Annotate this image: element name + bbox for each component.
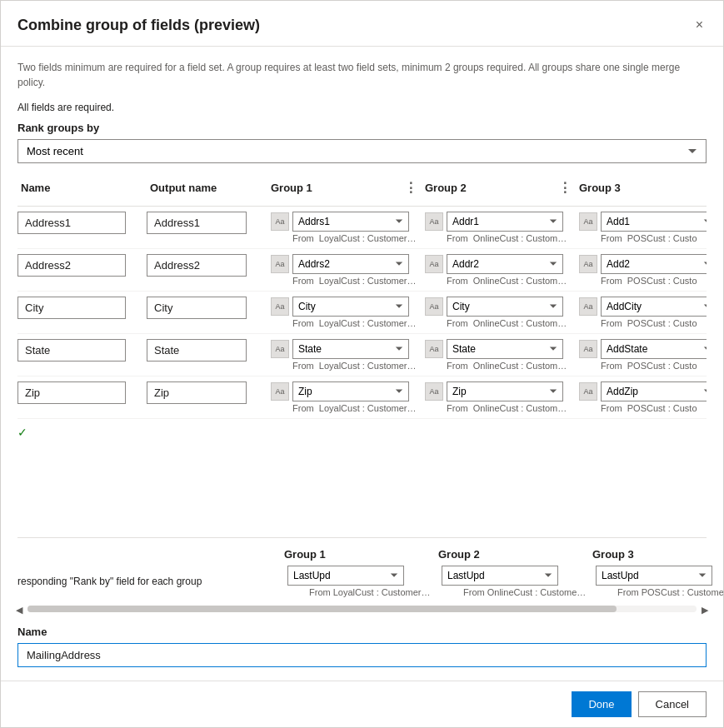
name-input-1[interactable]	[17, 254, 126, 277]
group1-cell-0: Aa Addrs1 From LoyalCust : CustomerD...	[267, 212, 422, 243]
group1-from-1: From LoyalCust : CustomerD...	[271, 276, 417, 286]
group3-select-4[interactable]: AddZip	[601, 381, 707, 401]
table-row: Aa Addrs1 From LoyalCust : CustomerD... …	[17, 207, 707, 249]
name-section: Name	[17, 626, 707, 667]
output-input-3[interactable]	[147, 339, 247, 362]
horizontal-scrollbar[interactable]: ◀ ▶	[17, 606, 707, 614]
group3-from-2: From POSCust : Custo	[579, 318, 707, 328]
group1-select-4[interactable]: Zip	[292, 381, 409, 401]
dialog-header: Combine group of fields (preview) ×	[1, 1, 723, 47]
rank-field-label: responding "Rank by" field for each grou…	[17, 576, 284, 587]
group1-select-2[interactable]: City	[292, 297, 409, 317]
group3-from-3: From POSCust : Custo	[579, 361, 707, 371]
name-input-4[interactable]	[17, 381, 126, 404]
group2-select-2[interactable]: City	[447, 297, 563, 317]
name-input-3[interactable]	[17, 339, 126, 362]
col-header-output: Output name	[147, 178, 267, 197]
group3-cell-4: Aa AddZip From POSCust : Custo	[576, 381, 707, 413]
group1-select-3[interactable]: State	[292, 339, 409, 359]
group1-cell-3: Aa State From LoyalCust : CustomerD...	[267, 339, 422, 371]
dialog-footer: Done Cancel	[1, 681, 723, 727]
cancel-button[interactable]: Cancel	[638, 691, 707, 717]
name-input[interactable]	[17, 643, 707, 667]
bottom-group3-label: Group 3	[592, 548, 723, 561]
rank-select[interactable]: Most recent	[17, 139, 707, 163]
field-icon-g1-3: Aa	[271, 340, 289, 358]
col-header-group3: Group 3	[576, 178, 707, 197]
group2-from-0: From OnlineCust : Customer...	[425, 233, 571, 243]
group1-cell-4: Aa Zip From LoyalCust : CustomerD...	[267, 381, 422, 413]
group2-more-icon[interactable]: ⋮	[558, 180, 572, 196]
table-row: Aa Addrs2 From LoyalCust : CustomerD... …	[17, 249, 707, 292]
name-cell-2	[17, 297, 147, 319]
output-cell-2	[147, 297, 267, 319]
name-cell-3	[17, 339, 147, 362]
group3-select-3[interactable]: AddState	[601, 339, 707, 359]
group1-select-1[interactable]: Addrs2	[292, 254, 409, 274]
output-input-4[interactable]	[147, 381, 247, 404]
required-note: All fields are required.	[17, 102, 707, 113]
close-button[interactable]: ×	[692, 14, 707, 36]
name-label: Name	[17, 626, 707, 638]
field-icon-g2-0: Aa	[425, 212, 443, 231]
group3-select-2[interactable]: AddCity	[601, 297, 707, 317]
output-input-2[interactable]	[147, 297, 247, 319]
description-text: Two fields minimum are required for a fi…	[17, 60, 707, 90]
column-headers: Name Output name Group 1 ⋮ Group 2 ⋮ Gro…	[17, 177, 707, 207]
field-icon-g2-3: Aa	[425, 340, 443, 358]
group3-from-4: From POSCust : Custo	[579, 403, 707, 413]
bottom-group1-cell: LastUpd From LoyalCust : CustomerData	[284, 566, 438, 597]
dialog-title: Combine group of fields (preview)	[17, 17, 260, 34]
output-cell-4	[147, 381, 267, 404]
group2-cell-0: Aa Addr1 From OnlineCust : Customer...	[422, 212, 576, 243]
scroll-left-arrow[interactable]: ◀	[16, 605, 22, 616]
field-icon-g1-1: Aa	[271, 255, 289, 273]
output-cell-1	[147, 254, 267, 277]
fields-scroll: Name Output name Group 1 ⋮ Group 2 ⋮ Gro…	[17, 177, 707, 531]
validation-checkmark: ✓	[17, 419, 707, 446]
output-input-0[interactable]	[147, 212, 247, 234]
group1-more-icon[interactable]: ⋮	[404, 180, 418, 196]
field-icon-g3-4: Aa	[579, 382, 597, 401]
group2-select-3[interactable]: State	[447, 339, 563, 359]
group3-from-0: From POSCust : Custo	[579, 233, 707, 243]
name-input-2[interactable]	[17, 297, 126, 319]
group3-select-0[interactable]: Add1	[601, 212, 707, 232]
field-icon-g3-0: Aa	[579, 212, 597, 231]
done-button[interactable]: Done	[572, 691, 631, 717]
output-input-1[interactable]	[147, 254, 247, 277]
bottom-section: Group 1 Group 2 Group 3 responding "Rank…	[17, 537, 707, 597]
field-icon-g1-4: Aa	[271, 382, 289, 401]
group3-cell-1: Aa Add2 From POSCust : Custo	[576, 254, 707, 286]
col-header-name: Name	[17, 178, 147, 197]
group3-cell-3: Aa AddState From POSCust : Custo	[576, 339, 707, 371]
bottom-group1-from: From LoyalCust : CustomerData	[287, 587, 433, 597]
group2-from-3: From OnlineCust : Customer...	[425, 361, 571, 371]
field-icon-g2-2: Aa	[425, 297, 443, 316]
table-row: Aa State From LoyalCust : CustomerD... A…	[17, 334, 707, 376]
group1-from-0: From LoyalCust : CustomerD...	[271, 233, 417, 243]
group1-select-0[interactable]: Addrs1	[292, 212, 409, 232]
group2-select-0[interactable]: Addr1	[447, 212, 563, 232]
bottom-group3-select[interactable]: LastUpd	[596, 566, 712, 586]
group2-from-2: From OnlineCust : Customer...	[425, 318, 571, 328]
group1-from-2: From LoyalCust : CustomerD...	[271, 318, 417, 328]
group1-cell-1: Aa Addrs2 From LoyalCust : CustomerD...	[267, 254, 422, 286]
group2-from-4: From OnlineCust : Customer...	[425, 403, 571, 413]
group2-select-1[interactable]: Addr2	[447, 254, 563, 274]
col-header-group2: Group 2 ⋮	[422, 177, 576, 199]
fields-container: Name Output name Group 1 ⋮ Group 2 ⋮ Gro…	[17, 177, 707, 531]
scroll-right-arrow[interactable]: ▶	[702, 605, 708, 616]
bottom-group1-select[interactable]: LastUpd	[287, 566, 404, 586]
group2-cell-1: Aa Addr2 From OnlineCust : Customer...	[422, 254, 576, 286]
output-cell-0	[147, 212, 267, 234]
name-input-0[interactable]	[17, 212, 126, 234]
name-cell-1	[17, 254, 147, 277]
table-row: Aa City From LoyalCust : CustomerD... Aa…	[17, 292, 707, 334]
group1-cell-2: Aa City From LoyalCust : CustomerD...	[267, 297, 422, 328]
group2-select-4[interactable]: Zip	[447, 381, 563, 401]
bottom-group2-select[interactable]: LastUpd	[442, 566, 558, 586]
rank-label: Rank groups by	[17, 122, 707, 134]
group3-select-1[interactable]: Add2	[601, 254, 707, 274]
col-header-group1: Group 1 ⋮	[267, 177, 422, 199]
